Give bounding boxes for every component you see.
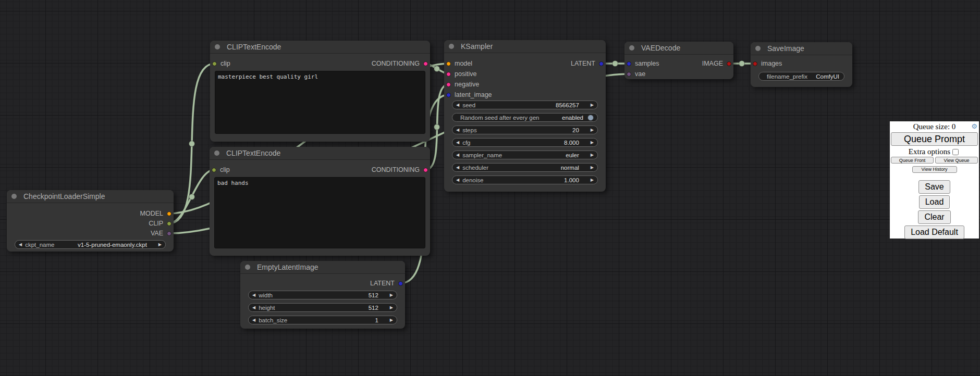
left-arrow-icon[interactable]: ◀	[456, 164, 459, 171]
height-widget[interactable]: ◀ height 512 ▶	[248, 303, 397, 312]
right-arrow-icon[interactable]: ▶	[591, 176, 594, 184]
image-slot-dot-icon[interactable]	[753, 61, 757, 66]
settings-gear-icon[interactable]: ⚙	[971, 122, 977, 130]
negative-prompt-textarea[interactable]: bad hands	[214, 177, 425, 248]
node-title-bar[interactable]: CheckpointLoaderSimple	[7, 190, 174, 203]
clip-slot-dot-icon[interactable]	[212, 168, 216, 172]
conditioning-slot-dot-icon[interactable]	[423, 168, 428, 172]
sampler-name-widget[interactable]: ◀ sampler_name euler ▶	[452, 151, 598, 159]
output-slot-latent[interactable]: LATENT	[370, 279, 403, 287]
input-slot-negative[interactable]: negative	[446, 80, 479, 89]
right-arrow-icon[interactable]: ▶	[390, 316, 393, 324]
model-slot-dot-icon[interactable]	[167, 211, 172, 216]
node-title-bar[interactable]: KSampler	[444, 40, 606, 53]
view-queue-button[interactable]: View Queue	[935, 157, 978, 164]
left-arrow-icon[interactable]: ◀	[456, 126, 459, 134]
latent-slot-dot-icon[interactable]	[599, 61, 604, 66]
steps-widget[interactable]: ◀ steps 20 ▶	[452, 126, 598, 134]
output-slot-image[interactable]: IMAGE	[702, 59, 731, 68]
node-ksampler[interactable]: KSampler model positive negative latent_…	[444, 40, 606, 192]
queue-prompt-button[interactable]: Queue Prompt	[891, 132, 978, 146]
extra-options-checkbox[interactable]	[952, 149, 959, 155]
right-arrow-icon[interactable]: ▶	[591, 164, 594, 171]
conditioning-slot-dot-icon[interactable]	[423, 61, 428, 66]
right-arrow-icon[interactable]: ▶	[591, 139, 594, 146]
input-slot-positive[interactable]: positive	[446, 70, 476, 78]
output-slot-clip[interactable]: CLIP	[149, 219, 172, 228]
left-arrow-icon[interactable]: ◀	[456, 176, 459, 184]
input-slot-clip[interactable]: clip	[212, 59, 230, 68]
left-arrow-icon[interactable]: ◀	[252, 291, 255, 299]
positive-prompt-textarea[interactable]: masterpiece best quality girl	[215, 71, 425, 134]
collapse-dot-icon[interactable]	[11, 194, 17, 199]
load-default-button[interactable]: Load Default	[904, 225, 964, 239]
node-title-bar[interactable]: SaveImage	[751, 42, 852, 55]
vae-slot-dot-icon[interactable]	[167, 231, 172, 236]
node-checkpoint-loader[interactable]: CheckpointLoaderSimple MODEL CLIP VAE ◀ …	[7, 190, 174, 252]
left-arrow-icon[interactable]: ◀	[252, 316, 255, 324]
vae-slot-dot-icon[interactable]	[627, 72, 631, 77]
node-clip-text-encode-negative[interactable]: CLIPTextEncode clip CONDITIONING bad han…	[210, 147, 430, 256]
batch-size-widget[interactable]: ◀ batch_size 1 ▶	[248, 316, 397, 324]
right-arrow-icon[interactable]: ▶	[390, 291, 393, 299]
right-arrow-icon[interactable]: ▶	[158, 241, 162, 248]
width-widget[interactable]: ◀ width 512 ▶	[248, 291, 397, 299]
node-title-bar[interactable]: CLIPTextEncode	[210, 147, 430, 160]
save-button[interactable]: Save	[918, 180, 950, 194]
left-arrow-icon[interactable]: ◀	[456, 139, 459, 146]
load-button[interactable]: Load	[919, 195, 950, 209]
input-slot-clip[interactable]: clip	[212, 166, 230, 174]
input-slot-samples[interactable]: samples	[627, 59, 659, 68]
collapse-dot-icon[interactable]	[755, 46, 761, 51]
collapse-dot-icon[interactable]	[629, 45, 634, 51]
latent-slot-dot-icon[interactable]	[627, 61, 631, 66]
seed-widget[interactable]: ◀ seed 8566257 ▶	[452, 101, 598, 109]
queue-front-button[interactable]: Queue Front	[891, 157, 934, 164]
collapse-dot-icon[interactable]	[214, 151, 219, 156]
clip-slot-dot-icon[interactable]	[167, 221, 172, 226]
node-clip-text-encode-positive[interactable]: CLIPTextEncode clip CONDITIONING masterp…	[210, 41, 430, 142]
output-slot-vae[interactable]: VAE	[151, 229, 172, 237]
clip-slot-dot-icon[interactable]	[212, 61, 217, 66]
latent-slot-dot-icon[interactable]	[398, 281, 403, 286]
node-title-bar[interactable]: EmptyLatentImage	[240, 261, 405, 274]
node-save-image[interactable]: SaveImage images filename_prefix ComfyUI	[751, 42, 852, 87]
collapse-dot-icon[interactable]	[245, 265, 250, 270]
comfyui-canvas[interactable]: { "colors": { "background": "#232325", "…	[0, 0, 980, 376]
node-empty-latent-image[interactable]: EmptyLatentImage LATENT ◀ width 512 ▶ ◀ …	[240, 261, 405, 329]
input-slot-latent-image[interactable]: latent_image	[446, 91, 492, 99]
right-arrow-icon[interactable]: ▶	[591, 151, 594, 159]
left-arrow-icon[interactable]: ◀	[456, 151, 459, 159]
left-arrow-icon[interactable]: ◀	[456, 101, 459, 109]
ckpt-name-widget[interactable]: ◀ ckpt_name v1-5-pruned-emaonly.ckpt ▶	[15, 240, 166, 249]
input-slot-model[interactable]: model	[446, 59, 472, 68]
filename-prefix-widget[interactable]: filename_prefix ComfyUI	[758, 72, 844, 81]
left-arrow-icon[interactable]: ◀	[252, 304, 255, 311]
clear-button[interactable]: Clear	[918, 210, 950, 224]
output-slot-conditioning[interactable]: CONDITIONING	[372, 166, 428, 174]
right-arrow-icon[interactable]: ▶	[591, 126, 594, 134]
output-slot-conditioning[interactable]: CONDITIONING	[372, 59, 428, 68]
node-title-bar[interactable]: CLIPTextEncode	[210, 41, 430, 54]
view-history-button[interactable]: View History	[912, 166, 957, 173]
input-slot-vae[interactable]: vae	[627, 70, 645, 78]
conditioning-slot-dot-icon[interactable]	[446, 72, 451, 77]
conditioning-slot-dot-icon[interactable]	[446, 82, 451, 87]
collapse-dot-icon[interactable]	[215, 44, 220, 49]
right-arrow-icon[interactable]: ▶	[390, 304, 393, 311]
cfg-widget[interactable]: ◀ cfg 8.000 ▶	[452, 138, 598, 147]
output-slot-model[interactable]: MODEL	[140, 209, 172, 218]
random-seed-toggle-widget[interactable]: Random seed after every gen enabled	[452, 113, 598, 122]
collapse-dot-icon[interactable]	[449, 44, 454, 49]
input-slot-images[interactable]: images	[753, 59, 782, 68]
toggle-on-icon[interactable]	[587, 115, 594, 121]
node-vae-decode[interactable]: VAEDecode samples vae IMAGE	[624, 42, 733, 79]
node-title-bar[interactable]: VAEDecode	[624, 42, 733, 55]
model-slot-dot-icon[interactable]	[446, 61, 451, 66]
denoise-widget[interactable]: ◀ denoise 1.000 ▶	[452, 176, 598, 184]
scheduler-widget[interactable]: ◀ scheduler normal ▶	[452, 163, 598, 172]
image-slot-dot-icon[interactable]	[727, 61, 731, 66]
output-slot-latent[interactable]: LATENT	[571, 59, 604, 68]
latent-slot-dot-icon[interactable]	[446, 93, 451, 97]
left-arrow-icon[interactable]: ◀	[19, 241, 22, 248]
